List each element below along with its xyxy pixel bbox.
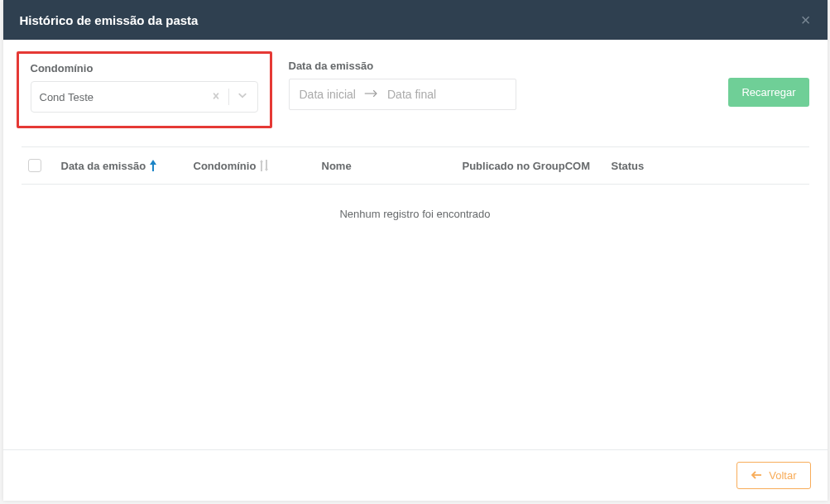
select-divider xyxy=(228,89,229,105)
sort-icon xyxy=(259,160,269,171)
back-button-label: Voltar xyxy=(769,469,796,482)
modal-header: Histórico de emissão da pasta × xyxy=(3,0,828,40)
column-label: Data da emissão xyxy=(61,160,146,172)
modal-title: Histórico de emissão da pasta xyxy=(20,13,199,27)
close-button[interactable]: × xyxy=(801,12,811,28)
date-filter-group: Data da emissão Data inicial Data final xyxy=(289,56,516,110)
date-start-placeholder: Data inicial xyxy=(300,88,356,101)
chevron-down-icon[interactable] xyxy=(236,89,249,105)
reload-button[interactable]: Recarregar xyxy=(728,78,808,107)
condominio-label: Condomínio xyxy=(31,62,258,74)
column-header-status[interactable]: Status xyxy=(612,160,711,172)
date-range-input[interactable]: Data inicial Data final xyxy=(289,79,516,110)
clear-icon[interactable] xyxy=(210,90,222,104)
results-table: Data da emissão Condomínio Nome Publicad… xyxy=(22,146,809,243)
condominio-selected-value: Cond Teste xyxy=(40,91,210,103)
column-header-data-emissao[interactable]: Data da emissão xyxy=(61,160,194,172)
back-button[interactable]: Voltar xyxy=(736,462,810,489)
table-header-row: Data da emissão Condomínio Nome Publicad… xyxy=(22,147,809,185)
column-header-condominio[interactable]: Condomínio xyxy=(194,160,322,172)
select-all-checkbox[interactable] xyxy=(28,159,41,172)
condominio-select[interactable]: Cond Teste xyxy=(31,81,258,113)
column-label: Publicado no GroupCOM xyxy=(463,160,591,172)
column-label: Status xyxy=(612,160,645,172)
arrow-left-icon xyxy=(751,469,762,482)
arrow-right-icon xyxy=(364,87,379,102)
modal-dialog: Histórico de emissão da pasta × Condomín… xyxy=(3,0,828,501)
select-all-cell xyxy=(28,159,61,172)
empty-state-message: Nenhum registro foi encontrado xyxy=(22,185,809,243)
column-header-publicado[interactable]: Publicado no GroupCOM xyxy=(463,160,612,172)
date-end-placeholder: Data final xyxy=(387,88,436,101)
date-emissao-label: Data da emissão xyxy=(289,60,516,72)
close-icon: × xyxy=(801,11,811,29)
modal-body: Condomínio Cond Teste xyxy=(3,40,828,449)
condominio-filter-highlight: Condomínio Cond Teste xyxy=(17,51,272,128)
column-label: Condomínio xyxy=(194,160,257,172)
column-header-nome[interactable]: Nome xyxy=(322,160,463,172)
filters-row: Condomínio Cond Teste xyxy=(22,56,809,128)
condominio-filter-group: Condomínio Cond Teste xyxy=(31,62,258,113)
modal-footer: Voltar xyxy=(3,449,828,501)
column-label: Nome xyxy=(322,160,352,172)
sort-asc-icon xyxy=(149,160,157,171)
select-indicators xyxy=(210,89,249,105)
